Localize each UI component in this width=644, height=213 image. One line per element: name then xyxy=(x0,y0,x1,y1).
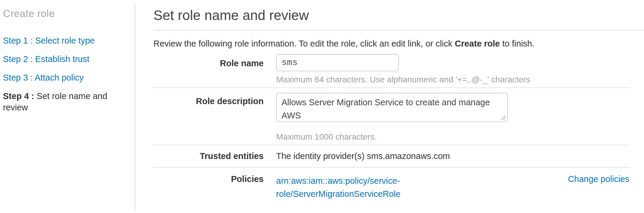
trusted-entities-row: Trusted entities The identity provider(s… xyxy=(153,145,629,168)
policy-arn-line-2: role/ServerMigrationServiceRole xyxy=(276,187,401,200)
sidebar-step-1[interactable]: Step 1 : Select role type xyxy=(3,35,133,46)
intro-create-role-emphasis: Create role xyxy=(455,39,500,48)
role-name-label: Role name xyxy=(153,54,264,84)
create-role-page: Create role Step 1 : Select role type St… xyxy=(0,0,644,213)
wizard-steps: Step 1 : Select role type Step 2 : Estab… xyxy=(3,35,135,113)
role-name-row: Role name Maximum 64 characters. Use alp… xyxy=(153,49,629,88)
role-name-help: Maximum 64 characters. Use alphanumeric … xyxy=(276,75,629,84)
role-description-label: Role description xyxy=(153,93,264,142)
trusted-entities-label: Trusted entities xyxy=(153,151,264,161)
role-description-help: Maximum 1000 characters. xyxy=(276,132,629,142)
policies-label: Policies xyxy=(153,174,264,200)
title-divider xyxy=(153,30,644,30)
sidebar-divider xyxy=(135,2,135,211)
page-title: Set role name and review xyxy=(153,0,644,23)
policy-arn-line-1: arn:aws:iam::aws:policy/service- xyxy=(276,174,401,187)
sidebar-step-4-current: Step 4 : Set role name and review xyxy=(3,90,133,113)
step-1-label: Select role type xyxy=(35,36,95,45)
wizard-title: Create role xyxy=(3,8,135,19)
sidebar-step-3[interactable]: Step 3 : Attach policy xyxy=(3,72,133,83)
role-name-input[interactable] xyxy=(276,54,399,71)
policy-arn-link[interactable]: arn:aws:iam::aws:policy/service- role/Se… xyxy=(276,174,401,200)
trusted-entities-value: The identity provider(s) sms.amazonaws.c… xyxy=(276,151,629,161)
change-policies-link[interactable]: Change policies xyxy=(568,174,629,184)
textarea-resize-handle[interactable] xyxy=(501,115,506,120)
policies-row: Policies arn:aws:iam::aws:policy/service… xyxy=(153,168,629,208)
wizard-sidebar: Create role Step 1 : Select role type St… xyxy=(0,0,135,120)
role-description-row: Role description Allows Server Migration… xyxy=(153,88,629,145)
sidebar-step-2[interactable]: Step 2 : Establish trust xyxy=(3,53,133,65)
step-3-label: Attach policy xyxy=(35,73,83,82)
intro-text: Review the following role information. T… xyxy=(153,39,644,49)
review-form: Role name Maximum 64 characters. Use alp… xyxy=(153,49,629,208)
role-description-textarea[interactable]: Allows Server Migration Service to creat… xyxy=(276,93,508,122)
main-content: Set role name and review Review the foll… xyxy=(153,0,644,208)
step-2-label: Establish trust xyxy=(35,54,89,64)
